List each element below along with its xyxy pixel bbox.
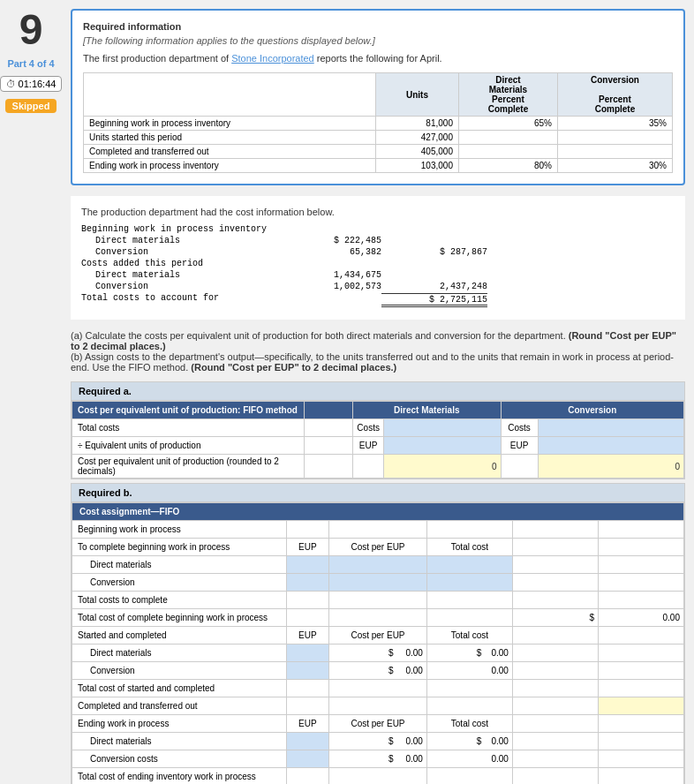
table-row — [458, 145, 557, 159]
skipped-badge: Skipped — [5, 99, 57, 113]
left-panel: 9 Part 4 of 4 ⏱ 01:16:44 Skipped — [0, 0, 62, 784]
table-row: Direct materials $ 0.00 $ 0.00 — [72, 645, 684, 662]
timer-value: 01:16:44 — [19, 79, 57, 89]
table-row: 427,000 — [375, 131, 458, 145]
req-b-table: Cost assignment—FIFO Beginning work in p… — [72, 502, 684, 784]
table-row: 405,000 — [375, 145, 458, 159]
col-header-method: Cost per equivalent unit of production: … — [72, 402, 305, 419]
req-b-subheader: Cost assignment—FIFO — [72, 503, 684, 521]
cost-section: The production department had the cost i… — [71, 196, 685, 320]
table-row — [557, 131, 672, 145]
table-row: Beginning work in process inventory — [84, 117, 376, 131]
inventory-table: Units DirectMaterialsPercentComplete Con… — [83, 72, 673, 173]
req-a-table: Cost per equivalent unit of production: … — [72, 401, 684, 479]
table-row: Started and completed EUP Cost per EUP T… — [72, 627, 684, 645]
table-row: Total cost of started and completed — [72, 680, 684, 697]
part-label: Part 4 of 4 — [7, 58, 54, 69]
required-info-box: Required information [The following info… — [71, 9, 685, 185]
table-row: Beginning work in process — [72, 521, 684, 539]
table-row: Conversion $ 0.00 0.00 — [72, 662, 684, 680]
table-row: Cost per equivalent unit of production (… — [72, 455, 684, 479]
instructions: (a) Calculate the costs per equivalent u… — [71, 330, 685, 373]
cost-intro: The production department had the cost i… — [81, 207, 675, 217]
table-row: 81,000 — [375, 117, 458, 131]
timer-icon: ⏱ — [6, 79, 16, 89]
table-row: Conversion — [72, 574, 684, 592]
table-row: Completed and transferred out — [72, 697, 684, 715]
main-content: Required information [The following info… — [62, 0, 694, 784]
timer-box: ⏱ 01:16:44 — [0, 76, 62, 92]
table-row: Total cost of ending inventory work in p… — [72, 768, 684, 785]
col-header-conv: Conversion — [501, 402, 683, 419]
table-row: Total costs to complete — [72, 592, 684, 609]
table-row: Direct materials — [72, 556, 684, 574]
table-row: ÷ Equivalent units of production EUP EUP — [72, 437, 684, 455]
table-row — [557, 145, 672, 159]
req-b-header: Required b. — [72, 484, 684, 502]
table-row: Units started this period — [84, 131, 376, 145]
table-row: To complete beginning work in process EU… — [72, 539, 684, 556]
info-intro: The first production department of Stone… — [83, 53, 673, 64]
table-row: Completed and transferred out — [84, 145, 376, 159]
table-row: Ending work in process inventory — [84, 159, 376, 173]
col-header-dm: Direct Materials — [353, 402, 501, 419]
table-row: Conversion costs $ 0.00 0.00 — [72, 750, 684, 768]
table-row: Total cost of complete beginning work in… — [72, 609, 684, 627]
table-row: Total costs Costs Costs — [72, 419, 684, 437]
col-header-blank1 — [304, 402, 352, 419]
table-row: 35% — [557, 117, 672, 131]
italic-note: [The following information applies to th… — [83, 35, 673, 46]
question-number: 9 — [19, 9, 43, 51]
table-row: 30% — [557, 159, 672, 173]
required-info-title: Required information — [83, 21, 673, 32]
table-row: 65% — [458, 117, 557, 131]
table-row — [458, 131, 557, 145]
req-a-header: Required a. — [72, 382, 684, 401]
required-b-section: Required b. Cost assignment—FIFO Beginni… — [71, 483, 685, 784]
table-row: Direct materials $ 0.00 $ 0.00 — [72, 733, 684, 750]
table-row: 80% — [458, 159, 557, 173]
required-a-section: Required a. Cost per equivalent unit of … — [71, 381, 685, 479]
table-row: 103,000 — [375, 159, 458, 173]
table-row: Ending work in process EUP Cost per EUP … — [72, 715, 684, 733]
